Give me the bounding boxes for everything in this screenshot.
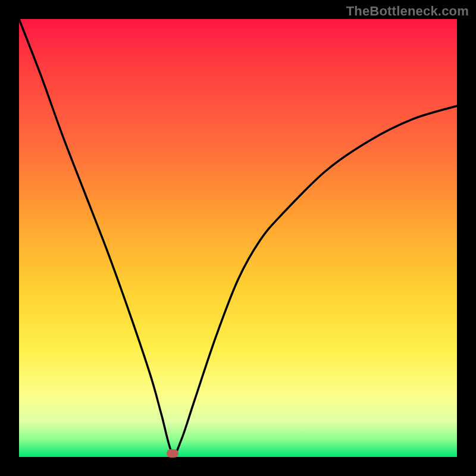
watermark-text: TheBottleneck.com <box>346 4 469 19</box>
chart-frame: TheBottleneck.com <box>0 0 476 476</box>
plot-area <box>19 19 457 457</box>
bottleneck-curve <box>19 19 457 457</box>
minimum-marker <box>167 449 178 458</box>
